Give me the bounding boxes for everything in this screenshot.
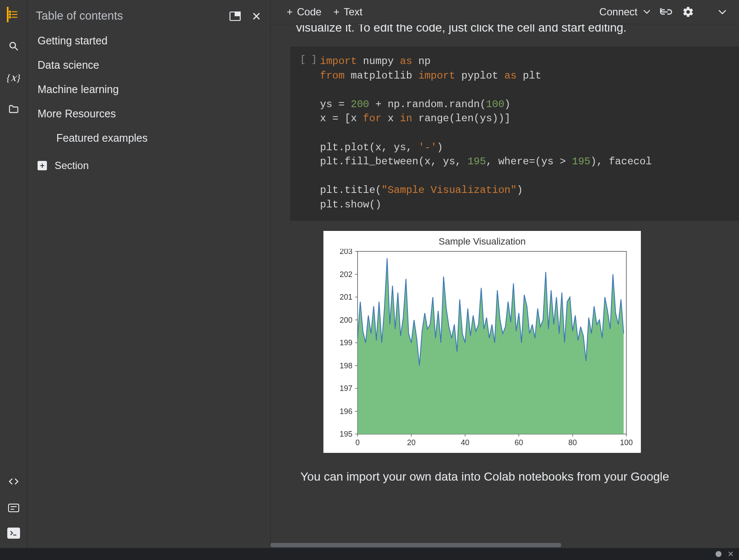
svg-text:80: 80 [568, 438, 577, 447]
svg-point-6 [10, 42, 15, 48]
close-icon[interactable] [250, 10, 262, 22]
svg-rect-13 [235, 12, 240, 16]
svg-line-7 [15, 47, 18, 50]
plus-icon: + [333, 6, 339, 18]
svg-point-3 [9, 11, 10, 12]
link-icon[interactable] [660, 6, 672, 18]
svg-text:198: 198 [340, 361, 352, 370]
svg-text:202: 202 [340, 270, 352, 278]
status-dot-icon [716, 551, 722, 557]
editing-chevron-icon[interactable] [716, 6, 729, 18]
variables-icon[interactable]: {𝑥} [7, 71, 20, 85]
code-editor[interactable]: import numpy as np from matplotlib impor… [320, 54, 652, 212]
command-palette-icon[interactable] [7, 501, 20, 515]
svg-text:196: 196 [340, 407, 352, 415]
add-text-button[interactable]: +Text [327, 4, 368, 20]
toc-title: Table of contents [36, 9, 123, 23]
toc-item[interactable]: Machine learning [38, 82, 270, 97]
svg-text:203: 203 [340, 249, 352, 256]
intro-text: visualize it. To edit the code, just cli… [288, 24, 739, 47]
code-snippets-icon[interactable] [7, 475, 20, 488]
toc-item[interactable]: Data science [38, 57, 270, 73]
chart-plot: 195196197198199200201202203020406080100 [329, 249, 635, 454]
svg-text:40: 40 [461, 438, 469, 447]
toc-item[interactable]: More Resources [38, 106, 270, 122]
connect-button[interactable]: Connect [599, 6, 650, 18]
search-icon[interactable] [7, 39, 20, 53]
svg-text:195: 195 [340, 430, 352, 438]
svg-text:197: 197 [340, 384, 352, 393]
toc-subitem[interactable]: Featured examples [38, 130, 270, 146]
toc-item[interactable]: Getting started [38, 33, 270, 49]
close-icon[interactable]: ✕ [727, 549, 734, 559]
svg-rect-8 [9, 504, 19, 512]
cell-toolbar: +Code +Text Connect [271, 0, 739, 24]
svg-text:100: 100 [620, 438, 633, 447]
plus-icon: + [38, 161, 47, 170]
gear-icon[interactable] [682, 6, 695, 18]
add-section-label: Section [55, 160, 89, 172]
plus-icon: + [287, 6, 293, 18]
svg-text:201: 201 [340, 293, 352, 301]
svg-text:0: 0 [355, 438, 360, 447]
files-icon[interactable] [7, 102, 20, 116]
toc-panel: Table of contents Getting started Data s… [27, 0, 271, 548]
footer-text: You can import your own data into Colab … [288, 470, 739, 492]
svg-point-5 [9, 17, 10, 18]
terminal-icon[interactable] [7, 528, 20, 539]
svg-text:20: 20 [407, 438, 416, 447]
code-cell[interactable]: [ ] import numpy as np from matplotlib i… [290, 47, 739, 221]
add-code-button[interactable]: +Code [281, 4, 327, 20]
add-section-button[interactable]: + Section [38, 160, 270, 172]
svg-text:200: 200 [340, 315, 352, 324]
svg-text:199: 199 [340, 338, 352, 347]
left-icon-rail: {𝑥} [0, 0, 27, 548]
notebook-content: +Code +Text Connect visualize it. To [271, 0, 739, 548]
chart-title: Sample Visualization [329, 236, 635, 247]
horizontal-scrollbar[interactable] [271, 542, 739, 548]
status-bar: ✕ [0, 548, 739, 560]
chart-output: Sample Visualization 1951961971981992002… [323, 231, 641, 453]
toc-icon[interactable] [7, 8, 20, 21]
svg-point-4 [9, 14, 10, 15]
popout-icon[interactable] [229, 10, 241, 22]
svg-text:60: 60 [515, 438, 523, 447]
chevron-down-icon [643, 10, 650, 14]
cell-exec-indicator[interactable]: [ ] [297, 54, 320, 212]
